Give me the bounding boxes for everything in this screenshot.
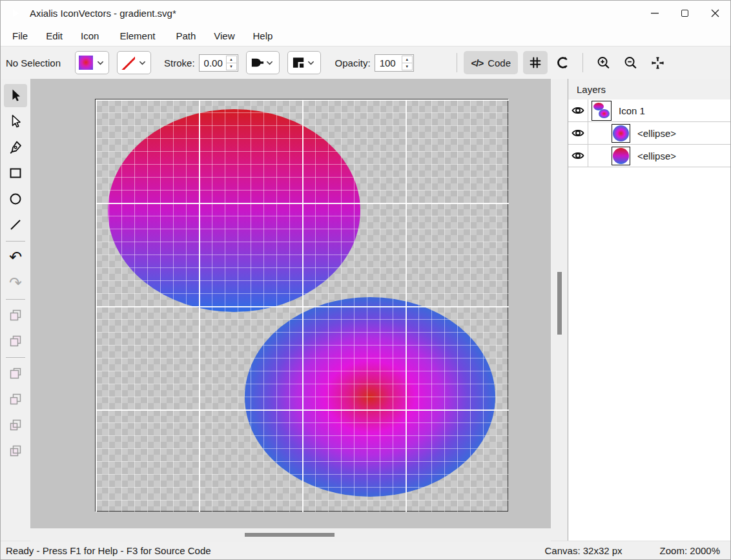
layer-label[interactable]: <ellipse> <box>637 128 676 139</box>
opacity-down-button[interactable]: ▼ <box>402 63 412 70</box>
eye-icon <box>571 150 585 161</box>
horizontal-scrollbar-thumb[interactable] <box>245 533 335 537</box>
layer-row-ellipse-linear[interactable]: <ellipse> <box>568 145 730 167</box>
ellipse-icon <box>8 191 23 207</box>
menu-element[interactable]: Element <box>108 28 167 44</box>
linear-gradient-ellipse[interactable] <box>108 109 360 312</box>
app-window: Axialis IconVectors - gradient.svg* File… <box>0 0 731 560</box>
menu-icon[interactable]: Icon <box>72 28 108 44</box>
visibility-toggle[interactable] <box>568 145 588 167</box>
canvas-size-indicator: Canvas: 32x32 px <box>545 545 623 556</box>
close-button[interactable] <box>700 1 730 25</box>
menu-file[interactable]: File <box>3 28 37 44</box>
line-cap-dropdown[interactable] <box>246 51 280 74</box>
send-backward-icon <box>8 417 23 433</box>
redo-icon: ↷ <box>9 275 22 291</box>
layers-panel: Layers Icon 1 <ellipse> <box>568 79 730 541</box>
ellipse-tool-button[interactable] <box>4 187 27 211</box>
opacity-label: Opacity: <box>335 57 371 68</box>
rectangle-tool-button[interactable] <box>4 161 27 185</box>
bring-to-front-button <box>4 362 27 385</box>
workspace[interactable] <box>30 79 551 528</box>
group-icon <box>8 307 23 323</box>
layer-thumbnail <box>592 101 612 121</box>
opacity-up-button[interactable]: ▲ <box>402 56 412 63</box>
menu-view[interactable]: View <box>205 28 243 44</box>
layer-label[interactable]: <ellipse> <box>637 150 676 161</box>
fill-swatch <box>79 56 93 70</box>
chevron-down-icon <box>96 58 105 68</box>
thumb-radial-ellipse <box>599 109 610 118</box>
send-backward-button <box>4 413 27 437</box>
selection-status: No Selection <box>6 57 61 68</box>
zoom-in-button[interactable] <box>591 51 615 74</box>
radial-gradient-ellipse[interactable] <box>245 297 495 497</box>
rectangle-icon <box>8 165 23 181</box>
toolbar-separator <box>582 53 583 72</box>
layer-row-ellipse-radial[interactable]: <ellipse> <box>568 122 730 145</box>
horizontal-scrollbar[interactable] <box>30 528 551 542</box>
group-button <box>4 304 27 327</box>
stroke-width-input[interactable] <box>200 55 225 71</box>
layer-label[interactable]: Icon 1 <box>619 105 645 116</box>
line-join-dropdown[interactable] <box>287 51 321 74</box>
fill-color-dropdown[interactable] <box>75 51 109 74</box>
layer-thumbnail <box>612 147 630 165</box>
center-view-button[interactable] <box>645 51 670 74</box>
opacity-input[interactable] <box>375 55 401 71</box>
chevron-down-icon <box>306 58 316 68</box>
direct-select-tool-button[interactable] <box>4 110 27 133</box>
send-to-back-button <box>4 439 27 462</box>
window-title: Axialis IconVectors - gradient.svg* <box>30 8 176 19</box>
stroke-width-label: Stroke: <box>164 57 195 68</box>
stroke-width-up-button[interactable]: ▲ <box>227 56 236 63</box>
canvas-area <box>30 79 568 541</box>
visibility-toggle[interactable] <box>568 122 588 144</box>
stroke-color-dropdown[interactable] <box>117 51 151 74</box>
send-to-back-icon <box>8 443 23 459</box>
menu-path[interactable]: Path <box>167 28 205 44</box>
line-tool-button[interactable] <box>4 213 27 236</box>
thumb-radial-circle <box>613 125 629 141</box>
maximize-button[interactable] <box>670 1 700 25</box>
tool-separator <box>6 241 25 242</box>
chevron-down-icon <box>138 58 147 68</box>
select-tool-button[interactable] <box>4 84 27 107</box>
eye-icon <box>571 105 585 116</box>
thumb-linear-circle <box>613 148 629 164</box>
code-icon: </> <box>471 57 483 68</box>
layer-row-icon1[interactable]: Icon 1 <box>568 99 730 122</box>
menu-edit[interactable]: Edit <box>37 28 72 44</box>
line-join-icon <box>291 56 306 69</box>
grid-icon <box>528 56 542 70</box>
menu-help[interactable]: Help <box>244 28 282 44</box>
zoom-out-icon <box>623 56 638 70</box>
vertical-scrollbar[interactable] <box>551 79 568 528</box>
title-bar: Axialis IconVectors - gradient.svg* <box>1 1 730 25</box>
properties-toolbar: No Selection Stroke: ▲ ▼ Opacity: <box>1 46 730 79</box>
icon-canvas[interactable] <box>95 99 508 512</box>
zoom-out-button[interactable] <box>618 51 643 74</box>
cursor-icon <box>8 88 23 103</box>
snap-magnet-button[interactable] <box>550 51 575 74</box>
redo-button: ↷ <box>4 271 27 295</box>
undo-icon: ↶ <box>9 249 22 265</box>
code-view-button[interactable]: </> Code <box>464 51 518 74</box>
bring-to-front-icon <box>8 366 23 381</box>
grid-toggle-button[interactable] <box>523 51 548 74</box>
magnet-icon <box>555 56 570 70</box>
tool-separator <box>6 299 25 300</box>
maximize-icon <box>681 10 688 17</box>
undo-button[interactable]: ↶ <box>4 245 27 269</box>
stroke-width-spinner[interactable]: ▲ ▼ <box>199 54 238 72</box>
vertical-scrollbar-thumb[interactable] <box>557 272 562 335</box>
pen-tool-button[interactable] <box>4 136 27 159</box>
app-logo-icon <box>8 6 23 21</box>
visibility-toggle[interactable] <box>568 99 588 121</box>
opacity-spinner[interactable]: ▲ ▼ <box>375 54 414 72</box>
line-cap-icon <box>250 56 265 69</box>
stroke-width-down-button[interactable]: ▼ <box>227 63 236 70</box>
bring-forward-button <box>4 388 27 411</box>
minimize-button[interactable] <box>639 1 670 25</box>
tool-separator <box>6 357 25 358</box>
